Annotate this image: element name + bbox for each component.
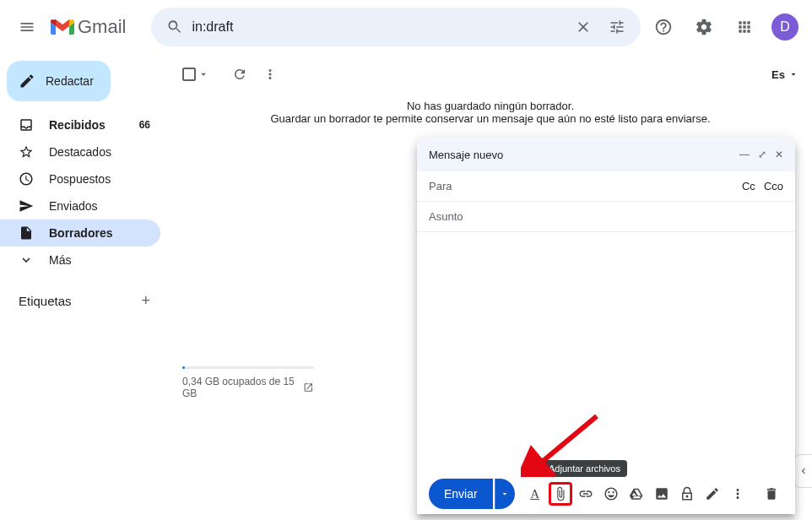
fullscreen-button[interactable]: ⤢ [758, 149, 766, 160]
compose-subject-row[interactable]: Asunto [417, 202, 795, 232]
pen-icon [705, 486, 720, 501]
sidebar-item-label: Más [49, 253, 71, 267]
storage-indicator: 0,34 GB ocupados de 15 GB [182, 366, 314, 399]
content-toolbar: Es [169, 54, 812, 95]
sidebar-item-label: Borradores [49, 226, 112, 240]
search-options-button[interactable] [600, 10, 634, 44]
insert-link-button[interactable] [574, 482, 598, 506]
sidebar: Redactar Recibidos 66 Destacados Pospues… [0, 54, 169, 520]
sidebar-item-starred[interactable]: Destacados [0, 138, 160, 165]
sidebar-item-inbox[interactable]: Recibidos 66 [0, 111, 160, 138]
add-label-button[interactable]: + [141, 292, 150, 310]
minimize-button[interactable]: — [739, 149, 750, 160]
insert-drive-button[interactable] [625, 482, 648, 506]
language-switcher[interactable]: Es [771, 68, 798, 81]
insert-emoji-button[interactable] [599, 482, 623, 506]
inbox-count: 66 [139, 119, 150, 131]
draft-icon [19, 225, 35, 241]
subject-placeholder: Asunto [429, 210, 463, 223]
apps-button[interactable] [728, 10, 761, 44]
storage-text: 0,34 GB ocupados de 15 GB [182, 376, 298, 399]
empty-state-line2: Guardar un borrador te permite conservar… [186, 112, 795, 125]
sidebar-item-more[interactable]: Más [0, 246, 160, 274]
more-vert-icon [730, 486, 745, 501]
main-menu-button[interactable] [7, 7, 47, 47]
formatting-button[interactable]: A [523, 482, 547, 506]
more-actions-button[interactable] [255, 59, 285, 89]
compose-button[interactable]: Redactar [7, 61, 111, 101]
labels-title: Etiquetas [19, 294, 72, 308]
more-options-button[interactable] [726, 482, 750, 506]
sidebar-item-snoozed[interactable]: Pospuestos [0, 165, 160, 192]
lock-clock-icon [679, 486, 695, 501]
sidebar-item-label: Enviados [49, 199, 98, 213]
sidebar-item-sent[interactable]: Enviados [0, 192, 160, 219]
lang-label: Es [771, 68, 785, 81]
inbox-icon [19, 117, 35, 133]
gmail-logo-icon [51, 18, 74, 36]
select-all-checkbox[interactable] [182, 68, 209, 81]
gmail-logo[interactable]: Gmail [51, 16, 126, 38]
sidebar-item-label: Recibidos [49, 118, 106, 132]
search-input[interactable] [192, 19, 566, 35]
close-icon [575, 19, 592, 35]
clock-icon [19, 171, 35, 187]
help-icon [654, 18, 673, 36]
search-bar [151, 8, 641, 46]
checkbox-icon [182, 68, 196, 81]
apps-icon [736, 19, 753, 35]
link-icon [578, 486, 593, 501]
dropdown-icon [500, 489, 510, 499]
search-clear-button[interactable] [566, 10, 600, 44]
attach-button[interactable] [549, 482, 572, 506]
settings-button[interactable] [687, 10, 721, 44]
bcc-button[interactable]: Cco [764, 180, 783, 192]
insert-photo-button[interactable] [650, 482, 674, 506]
compose-to-row[interactable]: Para Cc Cco [417, 171, 795, 202]
empty-state: No has guardado ningún borrador. Guardar… [169, 95, 812, 130]
compose-footer: Adjuntar archivos Enviar A [417, 474, 795, 514]
side-panel-toggle[interactable] [793, 454, 812, 488]
refresh-button[interactable] [225, 59, 255, 89]
open-in-new-icon[interactable] [303, 382, 314, 393]
text-format-icon: A [530, 487, 539, 501]
avatar-initial: D [780, 19, 790, 35]
dropdown-icon [198, 68, 209, 80]
image-icon [654, 486, 669, 501]
star-icon [19, 144, 35, 160]
sidebar-item-label: Pospuestos [49, 172, 111, 186]
send-options-button[interactable] [495, 479, 515, 509]
compose-body[interactable] [417, 232, 795, 474]
chevron-left-icon [798, 465, 809, 477]
compose-title: Mensaje nuevo [429, 149, 503, 161]
storage-fill [182, 366, 185, 369]
gmail-logo-text: Gmail [78, 16, 126, 38]
send-button[interactable]: Enviar [429, 479, 493, 509]
send-icon [19, 198, 35, 214]
tune-icon [609, 19, 625, 35]
compose-window: Mensaje nuevo — ⤢ ✕ Para Cc Cco Asunto A… [417, 138, 795, 514]
emoji-icon [604, 486, 619, 501]
account-avatar[interactable]: D [771, 14, 798, 41]
pencil-icon [19, 73, 35, 89]
labels-header: Etiquetas + [0, 285, 169, 316]
confidential-mode-button[interactable] [675, 482, 699, 506]
compose-header[interactable]: Mensaje nuevo — ⤢ ✕ [417, 138, 795, 171]
empty-state-line1: No has guardado ningún borrador. [186, 100, 795, 112]
close-button[interactable]: ✕ [775, 149, 783, 160]
support-button[interactable] [647, 10, 680, 44]
paperclip-icon [553, 486, 568, 501]
drive-icon [629, 486, 644, 501]
search-button[interactable] [158, 10, 192, 44]
discard-draft-button[interactable] [760, 482, 783, 506]
more-vert-icon [263, 67, 278, 82]
chevron-down-icon [19, 252, 35, 268]
hamburger-icon [19, 19, 35, 35]
cc-button[interactable]: Cc [742, 180, 755, 192]
trash-icon [764, 486, 779, 501]
refresh-icon [232, 67, 247, 82]
insert-signature-button[interactable] [701, 482, 724, 506]
to-label: Para [429, 180, 452, 192]
compose-label: Redactar [46, 74, 94, 88]
sidebar-item-drafts[interactable]: Borradores [0, 219, 160, 246]
